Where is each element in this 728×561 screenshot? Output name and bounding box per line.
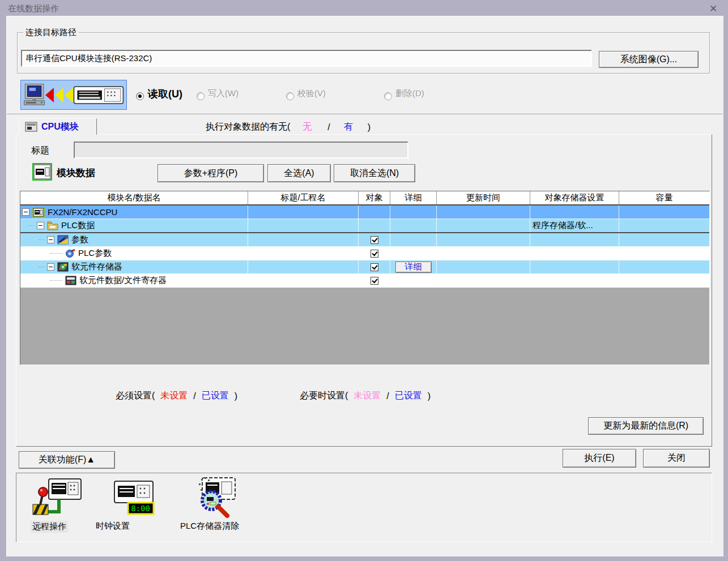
target-checkbox-checked[interactable]: [371, 277, 378, 285]
remote-operation-label[interactable]: 远程操作: [31, 521, 68, 533]
memory-setting-value: 程序存储器/软...: [530, 220, 593, 231]
row-label: PLC数据: [61, 220, 95, 231]
connection-path-value: 串行通信CPU模块连接(RS-232C): [25, 53, 152, 64]
module-data-label: 模块数据: [57, 166, 95, 179]
screen: { "window": { "title": "在线数据操作", "close_…: [0, 0, 728, 561]
table-row-device-memory[interactable]: 软元件存储器 详细: [20, 260, 709, 274]
table-row-plc-parameter[interactable]: PLC参数: [20, 247, 709, 260]
row-label: PLC参数: [78, 248, 112, 259]
exec-has: 有: [344, 121, 353, 133]
col-header-memory-setting: 对象存储器设置: [530, 191, 619, 204]
col-header-title: 标题/工程名: [248, 191, 359, 204]
plc-data-folder-icon: [47, 221, 58, 230]
row-label: FX2N/FX2NCCPU: [48, 207, 117, 217]
tree-collapse-icon[interactable]: [22, 208, 29, 216]
dialog-online-data-operation: 连接目标路径 串行通信CPU模块连接(RS-232C) 系统图像(G)...: [6, 16, 723, 556]
radio-delete: [384, 92, 392, 100]
plc-unit-icon: [73, 83, 124, 108]
radio-verify-label: 校验(V): [297, 88, 326, 99]
tree-collapse-icon[interactable]: [47, 263, 54, 271]
table-header-row: 模块名/数据名 标题/工程名 对象 详细 更新时间 对象存储器设置 容量: [20, 191, 709, 205]
clock-display: 8:00: [131, 504, 150, 513]
related-functions-button[interactable]: 关联功能(F)▲: [19, 451, 115, 469]
col-header-capacity: 容量: [619, 191, 709, 204]
deselect-all-button[interactable]: 取消全选(N): [334, 164, 415, 182]
required-unset: 未设置: [160, 390, 188, 402]
tree-collapse-icon[interactable]: [47, 236, 54, 243]
plc-parameter-icon: [65, 249, 75, 258]
exec-none: 无: [303, 121, 312, 133]
optional-set: 已设置: [395, 390, 422, 402]
radio-write-label: 写入(W): [208, 88, 239, 99]
optional-unset: 未设置: [354, 390, 381, 402]
system-image-button[interactable]: 系统图像(G)...: [599, 51, 699, 68]
table-row-cpu[interactable]: FX2N/FX2NCCPU: [20, 205, 709, 219]
clock-setting-icon[interactable]: 8:00: [113, 480, 155, 516]
param-program-button[interactable]: 参数+程序(P): [157, 164, 264, 182]
cpu-module-tab-icon: [25, 122, 37, 132]
transfer-direction-graphic: [20, 80, 127, 110]
optional-setting-legend: 必要时设置( 未设置 / 已设置 ): [300, 390, 431, 402]
row-label: 软元件数据/文件寄存器: [79, 275, 167, 286]
table-row-plc-data[interactable]: PLC数据 程序存储器/软...: [20, 219, 709, 233]
title-field-label: 标题: [31, 145, 49, 157]
plc-memory-clear-icon[interactable]: [191, 477, 236, 519]
col-header-target: 对象: [359, 191, 390, 204]
close-button[interactable]: 关闭: [643, 449, 710, 468]
window-title: 在线数据操作: [8, 3, 59, 14]
transfer-arrows-icon: [45, 88, 73, 102]
module-data-icon: [32, 163, 52, 181]
tree-collapse-icon[interactable]: [37, 222, 44, 229]
remote-operation-icon[interactable]: [32, 478, 83, 519]
device-memory-icon: [57, 262, 69, 272]
table-row-parameter[interactable]: 参数: [20, 233, 709, 247]
cpu-node-icon: [32, 207, 45, 217]
section-divider: [7, 114, 723, 115]
refresh-button[interactable]: 更新为最新的信息(R): [588, 417, 704, 435]
execute-button[interactable]: 执行(E): [563, 449, 636, 468]
related-functions-panel: 远程操作 8:00 时钟设置: [16, 473, 712, 542]
exec-target-info: 执行对象数据的有无( 无 / 有 ): [206, 121, 371, 133]
radio-write: [197, 92, 205, 100]
target-checkbox-checked[interactable]: [371, 263, 378, 271]
select-all-button[interactable]: 全选(A): [267, 164, 331, 182]
device-data-icon: [65, 276, 76, 285]
radio-delete-label: 删除(D): [395, 88, 424, 99]
tab-cpu-module[interactable]: CPU模块: [19, 118, 97, 135]
row-label: 软元件存储器: [71, 262, 122, 272]
table-row-device-data[interactable]: 软元件数据/文件寄存器: [20, 274, 709, 288]
required-set: 已设置: [202, 390, 229, 402]
close-icon[interactable]: ✕: [706, 2, 721, 15]
target-checkbox-checked[interactable]: [371, 250, 378, 258]
col-header-detail: 详细: [390, 191, 437, 204]
plc-memory-clear-label[interactable]: PLC存储器清除: [180, 521, 239, 532]
col-header-module-name: 模块名/数据名: [20, 191, 248, 204]
clock-setting-label[interactable]: 时钟设置: [96, 521, 130, 532]
connection-path-field: 串行通信CPU模块连接(RS-232C): [21, 50, 592, 67]
parameter-icon: [57, 235, 69, 245]
target-checkbox-checked[interactable]: [371, 236, 378, 244]
row-label: 参数: [71, 234, 88, 245]
title-field-input: [74, 142, 408, 159]
col-header-update-time: 更新时间: [437, 191, 530, 204]
radio-read-label[interactable]: 读取(U): [148, 87, 182, 101]
radio-verify: [286, 92, 294, 100]
required-setting-legend: 必须设置( 未设置 / 已设置 ): [116, 390, 237, 402]
computer-icon: [23, 82, 45, 109]
detail-button[interactable]: 详细: [395, 262, 432, 273]
connection-path-group-label: 连接目标路径: [23, 27, 79, 38]
module-data-table: 模块名/数据名 标题/工程名 对象 详细 更新时间 对象存储器设置 容量 FX2…: [20, 191, 710, 365]
table-empty-area: [20, 288, 709, 365]
radio-read[interactable]: [136, 92, 144, 100]
